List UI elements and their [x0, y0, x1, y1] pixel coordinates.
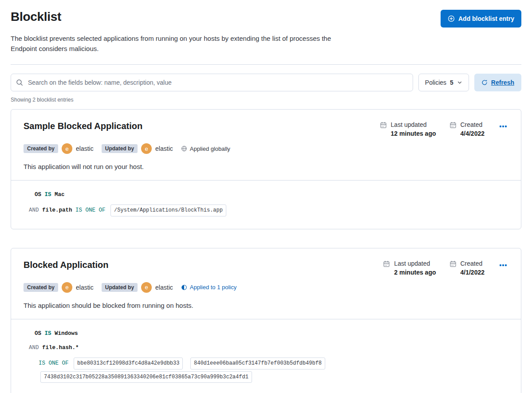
- created-block: Created 4/1/2022: [449, 260, 485, 276]
- entry-meta-badges: Created by e elastic Updated by e elasti…: [24, 282, 508, 293]
- condition-value: /System/Applications/BlockThis.app: [110, 204, 226, 216]
- calendar-icon: [449, 260, 457, 276]
- entry-conditions: OS IS Windows AND file.hash.* IS ONE OF …: [11, 319, 521, 393]
- created-by-badge: Created by: [24, 144, 58, 153]
- header-divider: [11, 64, 521, 65]
- calendar-icon: [383, 260, 390, 276]
- user-avatar: e: [141, 282, 152, 293]
- applied-scope: Applied globally: [181, 145, 230, 152]
- condition-value: bbe80313cf12098d3fc4d8a42e9dbb33: [74, 358, 183, 369]
- applied-scope-label: Applied globally: [190, 145, 230, 152]
- condition-operator: IS ONE OF: [75, 207, 106, 213]
- policy-half-circle-icon: [181, 284, 187, 291]
- user-avatar: e: [62, 282, 72, 293]
- boxes-horizontal-icon: [500, 126, 501, 127]
- refresh-label: Refresh: [491, 79, 514, 86]
- globe-icon: [181, 145, 187, 152]
- condition-operator: IS ONE OF: [39, 360, 69, 366]
- result-count-text: Showing 2 blocklist entries: [11, 97, 521, 103]
- updated-by-badge: Updated by: [102, 283, 138, 292]
- refresh-button[interactable]: Refresh: [474, 74, 521, 91]
- add-blocklist-entry-button[interactable]: Add blocklist entry: [441, 10, 521, 28]
- refresh-icon: [481, 79, 488, 86]
- search-box: [11, 74, 413, 91]
- condition-value: 7438d3102c317b05228a350891363340206e81cf…: [40, 371, 252, 383]
- condition-field: file.hash.*: [42, 345, 79, 351]
- policies-filter-button[interactable]: Policies 5: [418, 74, 469, 91]
- updated-by-user: elastic: [155, 284, 173, 291]
- updated-by-user: elastic: [155, 145, 173, 152]
- condition-values-line: IS ONE OF bbe80313cf12098d3fc4d8a42e9dbb…: [39, 358, 508, 385]
- created-label: Created: [461, 260, 485, 267]
- condition-entry: AND file.hash.*: [29, 343, 508, 353]
- plus-in-circle-icon: [448, 15, 455, 22]
- search-input[interactable]: [11, 74, 413, 91]
- page-header: Blocklist Add blocklist entry: [11, 10, 521, 28]
- created-block: Created 4/4/2022: [449, 121, 485, 137]
- created-value: 4/4/2022: [461, 130, 485, 137]
- blocklist-entry-card: Blocked Application Last updated 2 minut…: [11, 248, 521, 393]
- last-updated-block: Last updated 2 minutes ago: [383, 260, 436, 276]
- calendar-icon: [449, 122, 457, 137]
- entry-title: Sample Blocked Application: [24, 121, 142, 131]
- condition-value: 840d1eee06baa05cf3147fb7ef003b5dfdb49bf8: [190, 358, 325, 369]
- entry-description: This application will not run on your ho…: [24, 163, 508, 170]
- blocklist-page: Blocklist Add blocklist entry The blockl…: [0, 0, 532, 393]
- condition-os: OS IS Windows: [35, 329, 508, 338]
- entry-actions-menu-button[interactable]: [498, 124, 508, 129]
- user-avatar: e: [62, 143, 72, 154]
- entry-title: Blocked Application: [24, 260, 109, 270]
- created-label: Created: [461, 121, 485, 128]
- created-by-user: elastic: [76, 145, 94, 152]
- toolbar: Policies 5 Refresh: [11, 74, 521, 91]
- last-updated-value: 12 minutes ago: [391, 130, 436, 137]
- policies-filter-label: Policies: [425, 79, 446, 86]
- last-updated-value: 2 minutes ago: [394, 269, 436, 276]
- entry-meta-badges: Created by e elastic Updated by e elasti…: [24, 143, 508, 154]
- user-avatar: e: [141, 143, 152, 154]
- boxes-horizontal-icon: [500, 264, 501, 266]
- calendar-icon: [380, 122, 387, 137]
- entry-description: This application should be blocked from …: [24, 302, 508, 309]
- policies-count-badge: 5: [450, 79, 453, 86]
- last-updated-block: Last updated 12 minutes ago: [380, 121, 436, 137]
- entry-conditions: OS IS Mac AND file.path IS ONE OF /Syste…: [11, 181, 521, 229]
- search-icon: [16, 79, 23, 86]
- applied-policy-link[interactable]: Applied to 1 policy: [181, 284, 237, 291]
- created-by-user: elastic: [76, 284, 94, 291]
- condition-os: OS IS Mac: [35, 190, 508, 200]
- entry-actions-menu-button[interactable]: [498, 263, 508, 268]
- blocklist-entry-card: Sample Blocked Application Last updated …: [11, 109, 521, 229]
- chevron-down-icon: [457, 80, 462, 85]
- condition-entry: AND file.path IS ONE OF /System/Applicat…: [29, 204, 508, 218]
- last-updated-label: Last updated: [394, 260, 436, 267]
- updated-by-badge: Updated by: [102, 144, 138, 153]
- page-description: The blocklist prevents selected applicat…: [11, 34, 355, 54]
- add-blocklist-entry-label: Add blocklist entry: [458, 15, 514, 22]
- condition-field: file.path: [42, 207, 72, 213]
- applied-scope-label: Applied to 1 policy: [190, 284, 237, 291]
- page-title: Blocklist: [11, 10, 61, 24]
- created-by-badge: Created by: [24, 283, 58, 292]
- last-updated-label: Last updated: [391, 121, 436, 128]
- created-value: 4/1/2022: [461, 269, 485, 276]
